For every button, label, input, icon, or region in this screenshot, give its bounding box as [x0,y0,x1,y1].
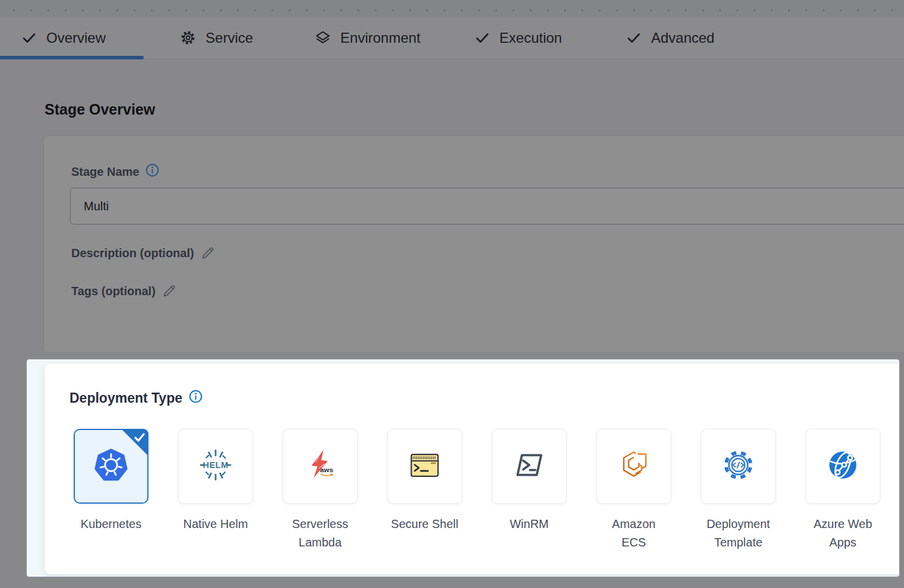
deployment-option-azure-web-apps: Azure Web Apps [791,429,895,552]
gear-code-icon [721,448,756,485]
tab-execution[interactable]: Execution [475,30,562,46]
tab-label: Service [206,30,253,46]
helm-icon: HELM [198,448,233,485]
tile-label: Azure Web Apps [814,515,873,552]
tile-label: Secure Shell [391,515,458,533]
tile-amazon-ecs[interactable] [596,429,671,504]
tab-label: Execution [500,30,562,46]
tile-label: WinRM [510,515,549,533]
deployment-option-serverless-lambda: aws Serverless Lambda [268,429,372,552]
deployment-type-card: Deployment Type [45,363,899,574]
serverless-lambda-icon: aws [303,448,337,485]
tab-advanced[interactable]: Advanced [626,30,715,46]
tab-label: Overview [46,30,106,46]
tour-spotlight: Deployment Type [27,359,899,577]
edit-pencil-icon[interactable] [200,245,216,261]
tile-label: Kubernetes [81,515,141,533]
globe-icon [826,448,859,484]
tab-label: Advanced [651,30,715,46]
terminal-icon [407,447,442,485]
tab-overview[interactable]: Overview [21,30,106,46]
powershell-icon [513,448,546,484]
tab-service[interactable]: Service [180,30,253,46]
tile-native-helm[interactable]: HELM [178,429,253,504]
tile-secure-shell[interactable] [387,429,462,504]
stage-tabbar: Overview Service Environment Execution [0,17,904,59]
kubernetes-icon [93,447,129,486]
deployment-option-winrm: WinRM [477,429,581,552]
tile-label: Native Helm [184,515,248,533]
active-tab-underline [0,56,144,59]
stage-name-label: Stage Name [71,165,140,179]
gear-icon [180,30,196,46]
tile-kubernetes[interactable] [74,429,148,504]
tile-deployment-template[interactable] [701,429,776,504]
deployment-type-title: Deployment Type [69,390,182,406]
check-icon [475,30,490,46]
tab-environment[interactable]: Environment [315,30,421,46]
svg-text:HELM: HELM [203,460,229,470]
tile-serverless-lambda[interactable]: aws [283,429,358,504]
check-icon [626,30,641,46]
stage-name-input[interactable] [70,188,904,225]
info-icon[interactable] [189,390,203,407]
tile-azure-web-apps[interactable] [805,429,880,504]
description-label: Description (optional) [71,246,194,260]
page-title: Stage Overview [45,101,155,118]
tags-label: Tags (optional) [71,284,156,298]
environment-icon [315,30,331,46]
ecs-icon [617,448,651,485]
tile-label: Serverless Lambda [292,515,348,552]
stage-overview-card: Stage Name Description (optional) Tags (… [43,135,904,353]
deployment-type-tiles: Kubernetes [59,429,895,552]
deployment-option-amazon-ecs: Amazon ECS [581,429,686,552]
edit-pencil-icon[interactable] [162,283,177,299]
tile-winrm[interactable] [492,429,567,504]
deployment-option-deployment-template: Deployment Template [686,429,791,552]
svg-text:aws: aws [320,466,334,473]
deployment-option-kubernetes: Kubernetes [59,429,163,552]
tile-label: Deployment Template [707,515,770,552]
pipeline-canvas-dots [0,0,904,17]
tile-label: Amazon ECS [612,515,655,552]
check-icon [21,30,37,46]
tab-label: Environment [340,30,421,46]
deployment-option-secure-shell: Secure Shell [372,429,477,552]
info-icon[interactable] [146,163,159,180]
deployment-option-native-helm: HELM Native Helm [163,429,268,552]
